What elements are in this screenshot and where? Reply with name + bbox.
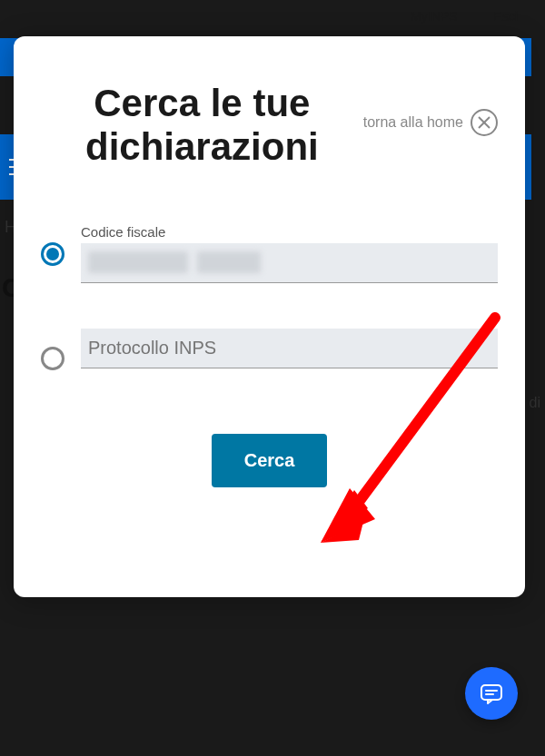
- radio-codice-fiscale[interactable]: [41, 242, 64, 266]
- close-area: torna alla home: [363, 109, 498, 136]
- chat-icon: [479, 681, 504, 706]
- field-protocollo: [81, 329, 498, 368]
- option-codice-fiscale: Codice fiscale: [41, 224, 498, 283]
- label-codice-fiscale: Codice fiscale: [81, 224, 498, 240]
- background-text-di: di: [530, 395, 540, 411]
- top-nav: MyINPS Esci: [411, 0, 518, 33]
- chat-button[interactable]: [465, 667, 518, 720]
- field-codice-fiscale: Codice fiscale: [81, 224, 498, 283]
- modal-title: Cerca le tue dichiarazioni: [41, 82, 363, 170]
- option-protocollo: [41, 329, 498, 370]
- myinps-link[interactable]: MyINPS: [411, 9, 457, 24]
- svg-marker-6: [321, 490, 368, 543]
- radio-protocollo[interactable]: [41, 347, 64, 370]
- esci-link[interactable]: Esci: [494, 9, 518, 24]
- home-link[interactable]: torna alla home: [363, 114, 463, 131]
- input-codice-fiscale[interactable]: [81, 243, 498, 283]
- close-icon: [478, 116, 490, 129]
- svg-rect-8: [481, 685, 501, 700]
- search-modal: Cerca le tue dichiarazioni torna alla ho…: [14, 36, 525, 597]
- modal-header: Cerca le tue dichiarazioni torna alla ho…: [41, 82, 498, 170]
- close-button[interactable]: [471, 109, 498, 136]
- input-protocollo[interactable]: [81, 329, 498, 368]
- search-button[interactable]: Cerca: [212, 434, 328, 487]
- svg-marker-7: [321, 488, 375, 543]
